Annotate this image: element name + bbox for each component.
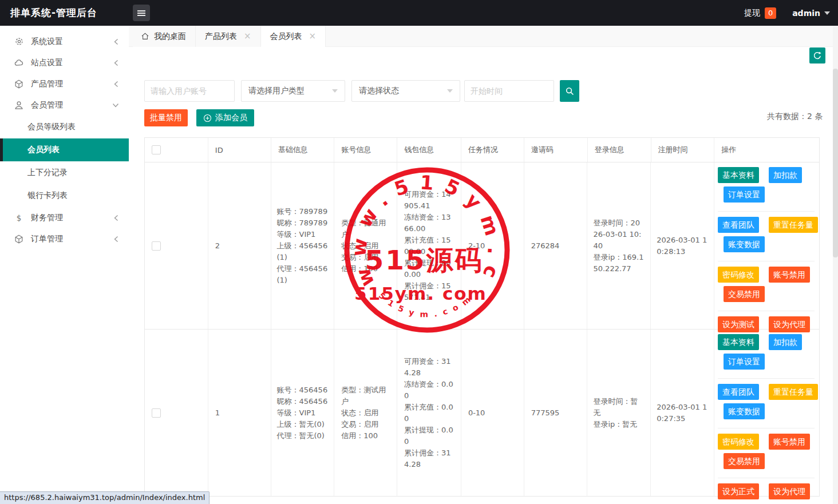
main-content: 请选择用户类型 请选择状态 批量禁用 [129, 47, 838, 504]
cell-task: 0-10 [461, 330, 524, 496]
add-deduct-button[interactable]: 加扣款 [769, 167, 802, 183]
sidebar-item-member-management[interactable]: 会员管理 [0, 94, 129, 116]
disable-trade-button[interactable]: 交易禁用 [724, 286, 765, 302]
sidebar-item-system-settings[interactable]: 系统设置 [0, 31, 129, 52]
withdraw-menu-item[interactable]: 提现 0 [744, 7, 776, 19]
table-row: 1 账号：456456 昵称：456456 等级：VIP1 上级：暂无(0) 代… [145, 330, 819, 497]
col-header-id: ID [208, 138, 271, 162]
search-button[interactable] [560, 80, 579, 102]
sidebar-item-site-settings[interactable]: 站点设置 [0, 52, 129, 73]
col-header-registered: 注册时间 [651, 138, 715, 162]
row-checkbox[interactable] [152, 408, 161, 418]
cell-wallet-info: 可用资金：314.28 冻结资金：0.00 累计充值：0.00 累计提现：0.0… [397, 330, 461, 496]
table-row: 2 账号：789789 昵称：789789 等级：VIP1 上级：456456(… [145, 162, 819, 330]
start-date-input[interactable] [464, 80, 554, 102]
table-header: ID 基础信息 账号信息 钱包信息 任务情况 邀请码 登录信息 注册时间 操作 [145, 138, 819, 162]
reset-tasks-button[interactable]: 重置任务量 [769, 217, 818, 233]
scrollbar-thumb[interactable] [833, 69, 838, 257]
col-header-account: 账号信息 [334, 138, 397, 162]
add-deduct-button[interactable]: 加扣款 [769, 334, 802, 350]
scrollbar-track[interactable] [833, 26, 838, 504]
account-changes-button[interactable]: 账变数据 [724, 403, 765, 419]
status-select[interactable]: 请选择状态 [351, 80, 460, 102]
sidebar-item-finance-management[interactable]: $ 财务管理 [0, 207, 129, 228]
view-team-button[interactable]: 查看团队 [718, 217, 759, 233]
tab-label: 我的桌面 [154, 31, 186, 42]
sidebar-toggle-button[interactable] [133, 5, 150, 21]
basic-info-button[interactable]: 基本资料 [718, 167, 759, 183]
cell-registered: 2026-03-01 10:27:35 [651, 330, 714, 496]
select-all-checkbox[interactable] [152, 145, 161, 154]
tab-member-list[interactable]: 会员列表 × [261, 26, 326, 47]
user-type-select[interactable]: 请选择用户类型 [241, 80, 345, 102]
menu-icon [137, 9, 146, 18]
set-agent-button[interactable]: 设为代理 [769, 483, 810, 499]
batch-disable-button[interactable]: 批量禁用 [144, 109, 188, 126]
disable-account-button[interactable]: 账号禁用 [769, 434, 810, 450]
cell-id: 2 [208, 162, 271, 329]
cell-id: 1 [208, 330, 271, 496]
col-header-basic: 基础信息 [271, 138, 335, 162]
sidebar-item-bank-card-list[interactable]: 银行卡列表 [0, 184, 129, 207]
change-password-button[interactable]: 密码修改 [718, 434, 759, 450]
account-input[interactable] [144, 80, 235, 102]
sidebar-item-label: 系统设置 [31, 37, 113, 47]
select-value: 请选择用户类型 [248, 86, 305, 96]
view-team-button[interactable]: 查看团队 [718, 384, 759, 400]
tab-label: 产品列表 [205, 31, 237, 42]
refresh-button[interactable] [809, 47, 825, 64]
tab-product-list[interactable]: 产品列表 × [196, 26, 261, 47]
dollar-icon: $ [14, 213, 24, 223]
basic-info-button[interactable]: 基本资料 [718, 334, 759, 350]
order-settings-button[interactable]: 订单设置 [724, 354, 765, 370]
account-changes-button[interactable]: 账变数据 [724, 236, 765, 252]
order-settings-button[interactable]: 订单设置 [724, 186, 765, 203]
sidebar-item-label: 会员管理 [31, 100, 112, 110]
username: admin [792, 9, 820, 18]
refresh-icon [813, 51, 822, 60]
divider [718, 311, 815, 311]
reset-tasks-button[interactable]: 重置任务量 [769, 384, 818, 400]
home-icon [141, 32, 149, 41]
disable-account-button[interactable]: 账号禁用 [769, 267, 810, 283]
chevron-left-icon [113, 214, 120, 222]
chevron-down-icon [112, 102, 120, 109]
admin-app: 排单系统-管理后台 提现 0 admin 系统设置 [0, 0, 838, 504]
sidebar-item-updown-records[interactable]: 上下分记录 [0, 161, 129, 184]
col-header-invite: 邀请码 [524, 138, 588, 162]
row-checkbox[interactable] [152, 241, 161, 251]
tab-desktop[interactable]: 我的桌面 [133, 26, 196, 47]
user-icon [14, 100, 24, 110]
sidebar-subitem-label: 上下分记录 [27, 168, 68, 178]
add-member-button[interactable]: 添加会员 [196, 109, 254, 126]
sidebar: 系统设置 站点设置 产品管理 会员管理 会员等级列表 [0, 26, 129, 504]
cell-login-info: 登录时间：2026-03-01 10:40 登录ip：169.150.222.7… [587, 162, 651, 329]
sidebar-item-member-level-list[interactable]: 会员等级列表 [0, 116, 129, 138]
col-header-actions: 操作 [714, 138, 819, 162]
sidebar-item-label: 订单管理 [31, 234, 113, 244]
cell-basic-info: 账号：789789 昵称：789789 等级：VIP1 上级：456456(1)… [271, 162, 335, 329]
sidebar-item-label: 站点设置 [31, 58, 113, 68]
cell-account-info: 类型：普通用户 状态：启用 交易：启用 信用：100 [334, 162, 397, 329]
sidebar-item-order-management[interactable]: 订单管理 [0, 228, 129, 249]
cell-basic-info: 账号：456456 昵称：456456 等级：VIP1 上级：暂无(0) 代理：… [271, 330, 335, 496]
user-menu[interactable]: admin [792, 9, 830, 18]
link-preview-tooltip: https://685.2.haiwaiym31.top/admin/Index… [0, 491, 210, 504]
caret-down-icon [332, 89, 338, 93]
disable-trade-button[interactable]: 交易禁用 [724, 453, 765, 469]
change-password-button[interactable]: 密码修改 [718, 267, 759, 283]
sidebar-item-member-list[interactable]: 会员列表 [0, 138, 129, 161]
member-table: ID 基础信息 账号信息 钱包信息 任务情况 邀请码 登录信息 注册时间 操作 … [144, 137, 820, 497]
filter-bar: 请选择用户类型 请选择状态 [144, 80, 579, 102]
chevron-left-icon [113, 235, 120, 243]
sidebar-item-product-management[interactable]: 产品管理 [0, 73, 129, 94]
cell-actions: 基本资料 加扣款 订单设置 查看团队 重置任务量 账变数据 [714, 162, 819, 329]
sidebar-subitem-label: 会员等级列表 [27, 122, 76, 132]
page-title: 排单系统-管理后台 [10, 0, 97, 26]
cube-icon [14, 79, 24, 89]
close-icon[interactable]: × [309, 32, 317, 41]
cloud-icon [14, 58, 24, 68]
table-toolbar: 批量禁用 添加会员 [144, 109, 254, 126]
set-formal-button[interactable]: 设为正式 [718, 483, 759, 499]
close-icon[interactable]: × [244, 32, 251, 41]
